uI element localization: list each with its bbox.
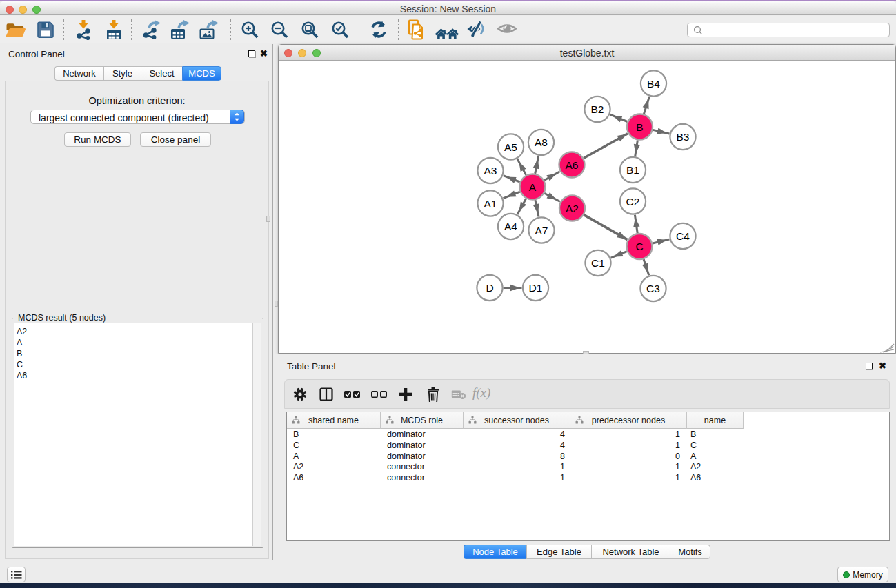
svg-text:C1: C1 — [591, 257, 605, 269]
svg-text:A5: A5 — [504, 141, 517, 153]
svg-text:A6: A6 — [566, 159, 579, 171]
svg-text:B3: B3 — [677, 131, 690, 143]
svg-text:A: A — [529, 181, 537, 193]
svg-text:A3: A3 — [484, 165, 497, 176]
svg-text:C2: C2 — [626, 196, 640, 207]
svg-text:A4: A4 — [504, 221, 517, 232]
svg-text:D1: D1 — [529, 282, 543, 294]
svg-text:A8: A8 — [535, 136, 548, 148]
svg-text:C: C — [635, 241, 643, 252]
svg-text:B4: B4 — [647, 78, 660, 90]
svg-text:A1: A1 — [484, 198, 497, 210]
svg-text:A7: A7 — [535, 225, 548, 236]
svg-text:D: D — [486, 282, 493, 294]
svg-text:C4: C4 — [676, 230, 690, 242]
svg-text:B1: B1 — [626, 164, 639, 176]
svg-text:A2: A2 — [566, 203, 579, 214]
svg-text:B2: B2 — [591, 103, 604, 115]
svg-text:B: B — [636, 121, 643, 133]
svg-text:C3: C3 — [646, 283, 660, 294]
